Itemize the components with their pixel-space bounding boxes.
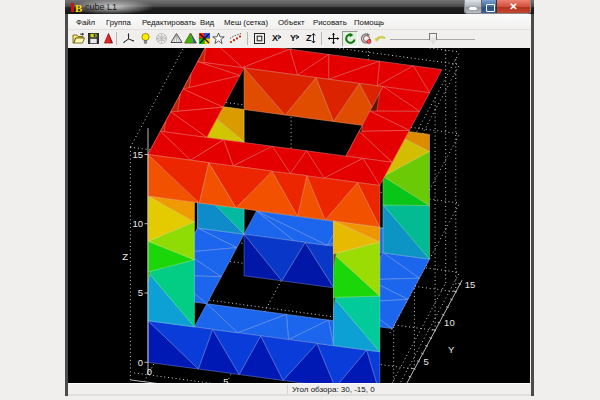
svg-text:Y: Y [290,33,296,43]
svg-text:15: 15 [132,148,143,159]
svg-text:Z: Z [306,33,312,43]
svg-text:0: 0 [138,356,143,367]
svg-text:5: 5 [223,376,228,383]
svg-text:0: 0 [147,366,152,377]
svg-text:15: 15 [465,278,476,289]
svg-text:10: 10 [132,217,143,228]
svg-text:5: 5 [423,356,428,367]
svg-text:Z: Z [122,251,128,262]
svg-text:X: X [272,33,278,43]
svg-text:10: 10 [444,317,455,328]
svg-text:Y: Y [448,344,455,355]
svg-text:5: 5 [138,287,143,298]
